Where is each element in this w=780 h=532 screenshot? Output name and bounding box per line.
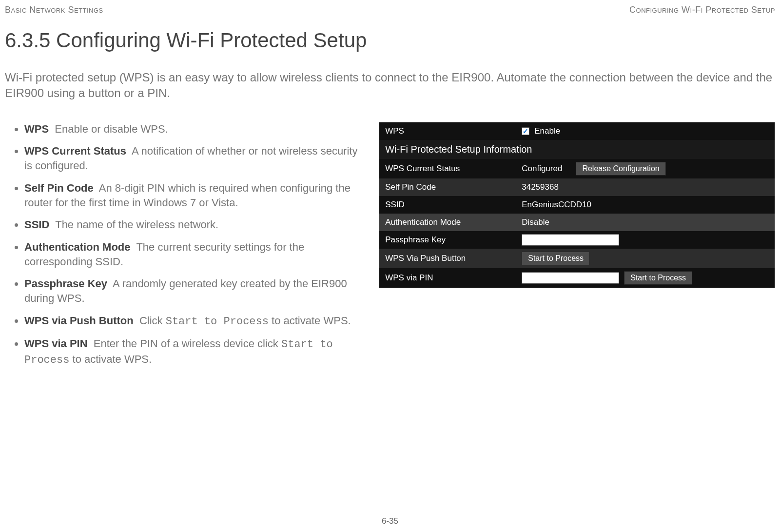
wps-current-status-row: WPS Current Status Configured Release Co… bbox=[379, 159, 775, 178]
wps-info-header: Wi-Fi Protected Setup Information bbox=[379, 140, 775, 159]
page-number: 6-35 bbox=[0, 516, 780, 526]
list-item: Authentication Mode The current security… bbox=[24, 240, 364, 269]
intro-paragraph: Wi-Fi protected setup (WPS) is an easy w… bbox=[5, 70, 775, 101]
header-left: Basic Network Settings bbox=[5, 5, 103, 15]
wps-pin-input[interactable] bbox=[522, 272, 619, 284]
wps-enable-row: WPS ✓ Enable bbox=[379, 122, 775, 140]
list-item: WPS Current Status A notification of whe… bbox=[24, 144, 364, 173]
wps-push-button-row: WPS Via Push Button Start to Process bbox=[379, 249, 775, 268]
auth-mode-row: Authentication Mode Disable bbox=[379, 214, 775, 231]
wps-push-start-button[interactable]: Start to Process bbox=[522, 252, 590, 265]
wps-label: WPS bbox=[379, 123, 516, 139]
ssid-row: SSID EnGeniusCCDD10 bbox=[379, 196, 775, 214]
wps-via-pin-row: WPS via PIN Start to Process bbox=[379, 268, 775, 288]
list-item: Passphrase Key A randomly generated key … bbox=[24, 276, 364, 305]
wps-pin-start-button[interactable]: Start to Process bbox=[624, 271, 692, 285]
section-title: 6.3.5 Configuring Wi-Fi Protected Setup bbox=[5, 29, 775, 52]
list-item: WPS Enable or disable WPS. bbox=[24, 122, 364, 137]
ssid-value: EnGeniusCCDD10 bbox=[516, 197, 775, 213]
wps-enable-label: Enable bbox=[534, 126, 560, 136]
passphrase-input[interactable] bbox=[522, 234, 619, 246]
header-right: Configuring Wi-Fi Protected Setup bbox=[629, 5, 775, 15]
definition-list: WPS Enable or disable WPS. WPS Current S… bbox=[5, 122, 364, 375]
page-header: Basic Network Settings Configuring Wi-Fi… bbox=[5, 5, 775, 15]
list-item: SSID The name of the wireless network. bbox=[24, 217, 364, 232]
auth-mode-value: Disable bbox=[516, 215, 775, 230]
wps-enable-checkbox[interactable]: ✓ bbox=[522, 127, 529, 135]
passphrase-row: Passphrase Key bbox=[379, 231, 775, 249]
self-pin-value: 34259368 bbox=[516, 179, 775, 195]
list-item: WPS via PIN Enter the PIN of a wireless … bbox=[24, 336, 364, 367]
wps-current-status-value: Configured bbox=[522, 164, 562, 174]
wps-settings-panel: WPS ✓ Enable Wi-Fi Protected Setup Infor… bbox=[379, 122, 775, 288]
release-configuration-button[interactable]: Release Configuration bbox=[576, 162, 665, 176]
list-item: Self Pin Code An 8-digit PIN which is re… bbox=[24, 181, 364, 210]
list-item: WPS via Push Button Click Start to Proce… bbox=[24, 314, 364, 329]
self-pin-row: Self Pin Code 34259368 bbox=[379, 178, 775, 196]
